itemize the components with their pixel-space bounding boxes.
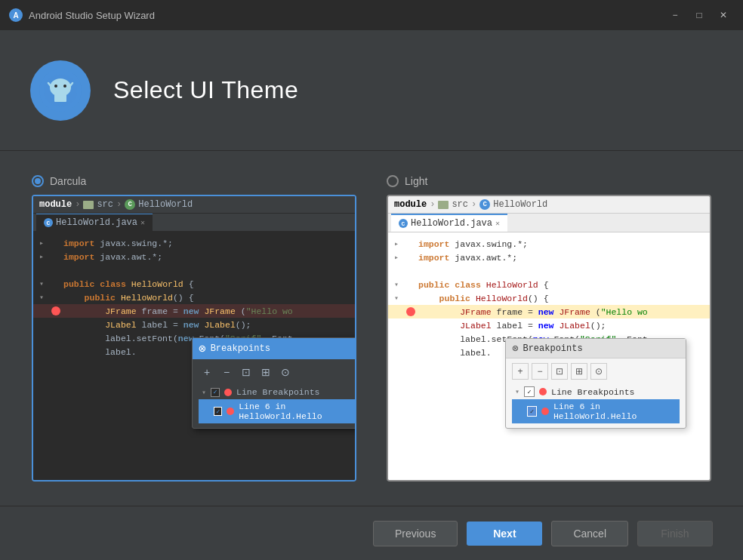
light-bc-module: module bbox=[394, 199, 427, 210]
app-logo: A bbox=[30, 60, 91, 121]
restore-button[interactable]: □ bbox=[689, 7, 710, 23]
code-line-l: ▾ public class HelloWorld { bbox=[388, 278, 710, 291]
light-breadcrumb: module › src › C HelloWorld bbox=[388, 196, 710, 214]
dark-bc-module: module bbox=[39, 199, 72, 210]
light-tab: C HelloWorld.java ✕ bbox=[391, 214, 507, 232]
svg-point-6 bbox=[63, 85, 66, 88]
light-label: Light bbox=[405, 175, 427, 187]
fold-icon-l: ▸ bbox=[394, 239, 403, 248]
code-line: ▾ public class HelloWorld { bbox=[33, 277, 355, 291]
darcula-radio-inner bbox=[35, 178, 41, 184]
bp-title-l: Breakpoints bbox=[523, 343, 582, 354]
breakpoint-dot-l bbox=[406, 307, 415, 316]
previous-button[interactable]: Previous bbox=[373, 521, 458, 546]
light-tab-close[interactable]: ✕ bbox=[495, 219, 500, 228]
close-button[interactable]: ✕ bbox=[713, 7, 734, 23]
bp-add-btn[interactable]: + bbox=[199, 364, 215, 380]
dark-tab-bar: C HelloWorld.java ✕ bbox=[33, 214, 355, 232]
code-line-l: ▾ public HelloWorld() { bbox=[388, 291, 710, 305]
svg-text:A: A bbox=[13, 11, 18, 20]
bp-title: Breakpoints bbox=[211, 343, 270, 354]
finish-button[interactable]: Finish bbox=[637, 521, 713, 546]
title-bar: A Android Studio Setup Wizard − □ ✕ bbox=[0, 0, 743, 30]
code-line-l-bp: JFrame frame = new JFrame ("Hello wo bbox=[388, 305, 710, 318]
darcula-label: Darcula bbox=[50, 175, 86, 187]
bp-checkbox-2[interactable] bbox=[214, 407, 222, 416]
light-preview: module › src › C HelloWorld C HelloWorld… bbox=[387, 195, 711, 482]
dark-bc-hw: HelloWorld bbox=[138, 199, 193, 210]
code-line-l: JLabel label = new JLabel(); bbox=[388, 318, 710, 332]
svg-text:A: A bbox=[58, 100, 63, 107]
bp-toolbar: + − ⊡ ⊞ ⊙ bbox=[199, 364, 355, 380]
bp-popup-body-l: + − ⊡ ⊞ ⊙ ▾ Line Breakpoints bbox=[506, 358, 686, 428]
theme-option-light[interactable]: Light module › src › C HelloWorld C bbox=[387, 175, 711, 482]
bp-dot-l bbox=[539, 388, 547, 395]
header: A Select UI Theme bbox=[0, 30, 743, 151]
bp-popup-header-l: ⊗ Breakpoints bbox=[506, 339, 686, 358]
dark-folder-icon bbox=[83, 201, 94, 209]
fold-icon-l: ▾ bbox=[394, 294, 403, 303]
code-line: JLabel label = new JLabel(); bbox=[33, 318, 355, 331]
theme-option-darcula[interactable]: Darcula module › src › C HelloWorld C bbox=[32, 175, 356, 482]
breakpoints-popup-light: ⊗ Breakpoints + − ⊡ ⊞ ⊙ bbox=[505, 338, 686, 429]
darcula-preview: module › src › C HelloWorld C HelloWorld… bbox=[32, 195, 356, 482]
bp-dot-l2 bbox=[541, 408, 549, 415]
dark-c-icon: C bbox=[125, 199, 135, 210]
light-c-icon: C bbox=[479, 199, 490, 210]
cancel-button[interactable]: Cancel bbox=[551, 521, 628, 546]
bp-category-item-l: ▾ Line Breakpoints bbox=[512, 384, 680, 399]
fold-icon-l: ▾ bbox=[394, 280, 403, 289]
breakpoint-dot bbox=[51, 306, 60, 315]
bp-checkbox[interactable] bbox=[211, 388, 220, 397]
fold-icon: ▸ bbox=[39, 238, 48, 248]
title-bar-left: A Android Studio Setup Wizard bbox=[9, 8, 155, 22]
next-button[interactable]: Next bbox=[467, 522, 542, 546]
bp-btn3[interactable]: ⊡ bbox=[238, 364, 254, 380]
breakpoints-popup-dark: ⊗ Breakpoints + − ⊡ ⊞ ⊙ bbox=[192, 337, 355, 429]
dark-tab-close[interactable]: ✕ bbox=[140, 218, 145, 227]
light-bc-hw: HelloWorld bbox=[493, 199, 547, 210]
fold-icon: ▾ bbox=[39, 279, 48, 288]
bp-btn5-l[interactable]: ⊙ bbox=[590, 363, 607, 380]
light-bc-src: src bbox=[452, 199, 468, 210]
bp-selected-label-l: Line 6 in HelloWorld.Hello bbox=[553, 402, 677, 421]
darcula-radio-row[interactable]: Darcula bbox=[32, 175, 356, 187]
light-radio-row[interactable]: Light bbox=[387, 175, 711, 187]
bp-add-btn-l[interactable]: + bbox=[512, 363, 529, 380]
bp-btn3-l[interactable]: ⊡ bbox=[551, 363, 568, 380]
main-content: Darcula module › src › C HelloWorld C bbox=[0, 151, 743, 506]
android-logo-svg: A bbox=[38, 68, 83, 113]
bp-selected-item[interactable]: Line 6 in HelloWorld.Hello bbox=[199, 399, 355, 423]
code-line: ▸ import javax.swing.*; bbox=[33, 236, 355, 250]
fold-icon: ▾ bbox=[39, 293, 48, 302]
bp-btn4[interactable]: ⊞ bbox=[257, 364, 274, 380]
bp-popup-header: ⊗ Breakpoints bbox=[193, 338, 355, 359]
minimize-button[interactable]: − bbox=[664, 7, 686, 23]
bp-toolbar-l: + − ⊡ ⊞ ⊙ bbox=[512, 363, 680, 380]
bp-item-label: Line Breakpoints bbox=[236, 387, 319, 397]
bp-checkbox-l2[interactable] bbox=[527, 406, 537, 417]
bp-remove-btn[interactable]: − bbox=[218, 364, 235, 380]
bp-dot bbox=[224, 389, 232, 396]
bp-category-item: ▾ Line Breakpoints bbox=[199, 385, 355, 399]
darcula-radio[interactable] bbox=[32, 175, 44, 187]
footer: Previous Next Cancel Finish bbox=[0, 506, 743, 560]
light-ide: module › src › C HelloWorld C HelloWorld… bbox=[388, 196, 710, 480]
dark-tab-label: HelloWorld.java bbox=[56, 217, 137, 228]
fold-icon: ▸ bbox=[39, 252, 48, 261]
page-title: Select UI Theme bbox=[113, 76, 298, 104]
code-line-l bbox=[388, 264, 710, 278]
fold-icon-l: ▸ bbox=[394, 253, 403, 262]
light-folder-icon bbox=[438, 201, 449, 209]
light-tab-bar: C HelloWorld.java ✕ bbox=[388, 214, 710, 232]
code-line: ▾ public HelloWorld() { bbox=[33, 291, 355, 304]
bp-selected-item-l[interactable]: Line 6 in HelloWorld.Hello bbox=[512, 399, 680, 423]
light-tab-label: HelloWorld.java bbox=[411, 218, 492, 229]
bp-remove-btn-l[interactable]: − bbox=[532, 363, 548, 380]
bp-checkbox-l[interactable] bbox=[524, 386, 535, 397]
bp-selected-label: Line 6 in HelloWorld.Hello bbox=[239, 402, 355, 421]
bp-btn4-l[interactable]: ⊞ bbox=[571, 363, 587, 380]
bp-btn5[interactable]: ⊙ bbox=[277, 364, 294, 380]
dark-bc-src: src bbox=[97, 199, 113, 210]
light-radio[interactable] bbox=[387, 175, 399, 187]
